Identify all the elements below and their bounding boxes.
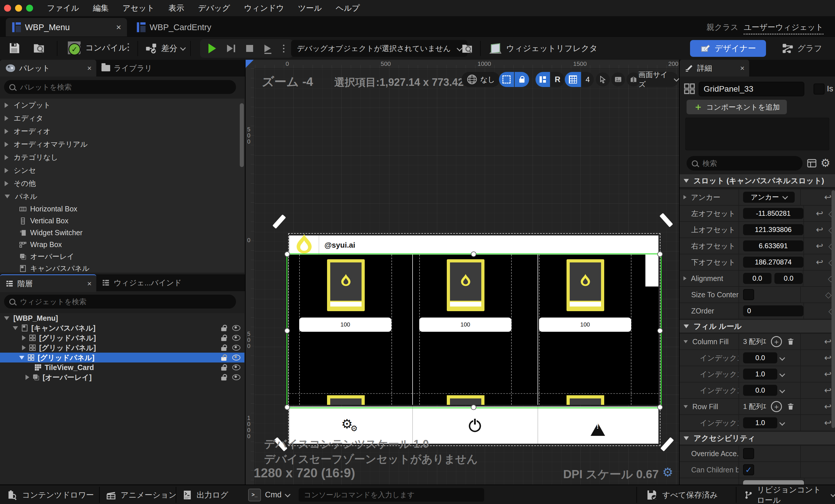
play-options-kebab-icon[interactable]: [283, 45, 284, 53]
tree-item-canvas-panel[interactable]: [キャンバスパネル]: [0, 323, 244, 333]
alignment-x-input[interactable]: 0.0: [743, 273, 772, 284]
visibility-icon[interactable]: [232, 375, 240, 380]
play-icon[interactable]: [208, 43, 216, 53]
offset-top-input[interactable]: 121.393806: [743, 224, 803, 235]
reset-icon[interactable]: ↩: [824, 386, 832, 395]
chevron-down-icon[interactable]: [779, 420, 785, 426]
reset-icon[interactable]: ↩: [824, 402, 832, 411]
screen-size-dropdown[interactable]: 画面サイズ: [638, 72, 678, 87]
section-accessibility[interactable]: アクセシビリティ: [679, 432, 835, 445]
unlock-icon[interactable]: [221, 367, 226, 370]
browse-asset-button[interactable]: [33, 41, 46, 56]
graph-mode-button[interactable]: グラフ: [782, 40, 822, 57]
tab-palette[interactable]: パレット ×: [0, 60, 96, 77]
widget-name-input[interactable]: [699, 82, 804, 96]
palette-item-wrap-box[interactable]: Wrap Box: [0, 239, 244, 250]
respect-locks-button[interactable]: R: [551, 72, 565, 87]
menu-debug[interactable]: デバッグ: [198, 3, 230, 13]
menu-window[interactable]: ウィンドウ: [244, 3, 284, 13]
close-icon[interactable]: ×: [87, 279, 91, 288]
index-input[interactable]: 1.0: [743, 368, 777, 380]
tab-details[interactable]: 詳細 ×: [679, 60, 749, 77]
parent-class-link[interactable]: ユーザーウィジェット: [744, 22, 823, 35]
menu-view[interactable]: 表示: [168, 3, 184, 13]
content-drawer-button[interactable]: コンテンツドロワー: [6, 485, 94, 504]
output-log-button[interactable]: 出力ログ: [182, 485, 228, 504]
resize-handle[interactable]: [657, 251, 663, 257]
chevron-down-icon[interactable]: [779, 355, 785, 361]
menu-edit[interactable]: 編集: [93, 3, 109, 13]
grid-snap-size[interactable]: 4: [582, 72, 594, 87]
localization-preview-button[interactable]: なし: [462, 72, 500, 87]
palette-category-audio-material[interactable]: オーディオマテリアル: [0, 138, 244, 151]
offset-bottom-input[interactable]: 186.270874: [743, 257, 803, 268]
resize-handle[interactable]: [284, 328, 290, 334]
palette-item-overlay[interactable]: オーバーレイ: [0, 250, 244, 262]
accessible-behavior-dropdown[interactable]: [743, 480, 804, 485]
palette-item-horizontal-box[interactable]: Horizontal Box: [0, 203, 244, 215]
cursor-tool-button[interactable]: [596, 73, 610, 86]
save-all-button[interactable]: すべて保存済み: [646, 485, 718, 504]
add-element-icon[interactable]: ＋: [771, 401, 782, 412]
reset-icon[interactable]: ↩: [824, 419, 832, 427]
reset-icon[interactable]: ↩: [816, 242, 823, 250]
display-filter-icon[interactable]: [807, 158, 817, 168]
resize-handle[interactable]: [657, 405, 663, 410]
visibility-icon[interactable]: [232, 355, 240, 360]
grid-snap-button[interactable]: [565, 72, 581, 87]
tab-close-icon[interactable]: ×: [116, 22, 121, 32]
visibility-icon[interactable]: [232, 364, 240, 370]
palette-category-other[interactable]: その他: [0, 177, 244, 190]
settings-gear-icon[interactable]: ⚙: [820, 157, 830, 169]
menu-tools[interactable]: ツール: [298, 3, 322, 13]
close-icon[interactable]: ×: [87, 64, 91, 73]
tree-item-wbp-menu[interactable]: [WBP_Menu]: [0, 313, 244, 323]
anchor-dropdown[interactable]: アンカー: [743, 192, 795, 203]
palette-item-widget-switcher[interactable]: Widget Switcher: [0, 227, 244, 239]
browse-debug-button[interactable]: [461, 42, 474, 56]
details-search-input[interactable]: [702, 159, 784, 168]
resize-handle[interactable]: [471, 405, 476, 410]
layout-outline-button[interactable]: [535, 72, 550, 87]
lock-selection-button[interactable]: [515, 72, 529, 87]
palette-scrollbar[interactable]: [240, 103, 244, 167]
corner-handle[interactable]: [272, 214, 286, 228]
section-slot[interactable]: スロット (キャンバスパネルスロット): [679, 174, 835, 188]
unlock-icon[interactable]: [221, 377, 226, 381]
offset-left-input[interactable]: -11.850281: [743, 208, 803, 219]
offset-right-input[interactable]: 6.633691: [743, 240, 803, 251]
palette-item-canvas-panel[interactable]: キャンバスパネル: [0, 262, 244, 273]
compile-options-kebab-icon[interactable]: [127, 43, 129, 51]
index-input[interactable]: 0.0: [743, 385, 777, 396]
menu-asset[interactable]: アセット: [123, 3, 155, 13]
tree-item-overlay[interactable]: [オーバーレイ]: [0, 372, 244, 382]
visibility-icon[interactable]: [232, 345, 240, 350]
corner-handle[interactable]: [660, 437, 674, 451]
tab-widget-bind[interactable]: ウィジェ...バインド: [101, 274, 182, 291]
save-button[interactable]: [7, 41, 21, 56]
launch-icon[interactable]: [264, 45, 272, 52]
index-input[interactable]: 1.0: [743, 417, 777, 428]
reset-icon[interactable]: ↩: [824, 370, 832, 379]
tab-library[interactable]: ライブラリ: [101, 60, 152, 77]
window-zoom-button[interactable]: [26, 5, 33, 12]
preview-background-button[interactable]: [611, 73, 625, 86]
add-component-button[interactable]: ＋ コンポーネントを追加: [687, 100, 787, 114]
tab-wbp-cardentry[interactable]: WBP_CardEntry: [130, 18, 211, 37]
resize-handle[interactable]: [284, 405, 290, 410]
reset-icon[interactable]: ↩: [816, 209, 823, 218]
palette-category-audio[interactable]: オーディオ: [0, 125, 244, 138]
menu-help[interactable]: ヘルプ: [336, 3, 360, 13]
hierarchy-search-input[interactable]: [19, 297, 195, 306]
palette-category-synth[interactable]: シンセ: [0, 164, 244, 177]
menu-file[interactable]: ファイル: [47, 3, 79, 13]
tab-wbp-menu[interactable]: WBP_Menu ×: [6, 18, 127, 37]
can-children-checkbox[interactable]: ✓: [743, 464, 754, 475]
debug-object-dropdown[interactable]: デバッグオブジェクトが選択されていません: [291, 40, 467, 57]
tree-item-tileview-card[interactable]: TileView_Card: [0, 362, 244, 372]
palette-category-editor[interactable]: エディタ: [0, 112, 244, 125]
window-close-button[interactable]: [4, 5, 11, 12]
palette-search-input[interactable]: [19, 83, 195, 92]
tree-item-grid-panel-1[interactable]: [グリッドパネル]: [0, 333, 244, 343]
tab-hierarchy[interactable]: 階層 ×: [0, 274, 96, 292]
